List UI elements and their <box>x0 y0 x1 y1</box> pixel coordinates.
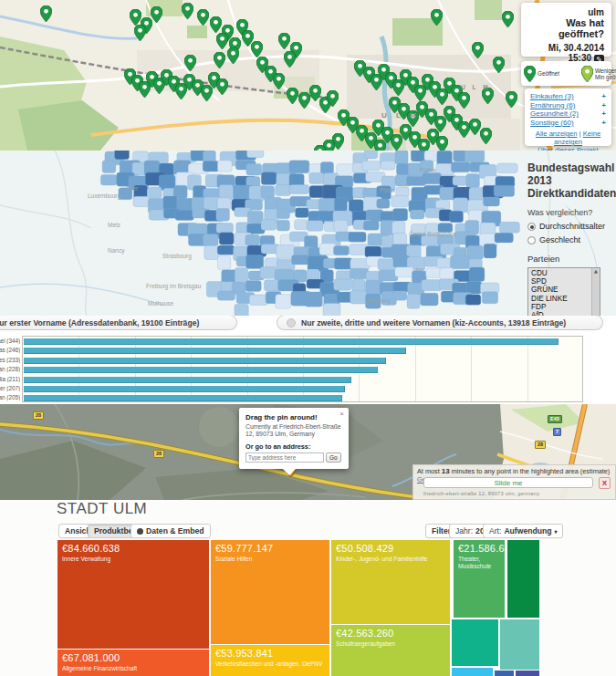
place-label: Praha <box>420 167 435 173</box>
radio-icon <box>287 318 296 328</box>
map-pin[interactable] <box>436 136 448 151</box>
bar <box>24 348 406 354</box>
party-item[interactable]: GRÜNE <box>531 286 600 294</box>
bar <box>24 377 351 383</box>
treemap-cell[interactable] <box>500 619 539 670</box>
party-item[interactable]: FDP <box>531 303 600 311</box>
road-shield: 28 <box>33 411 44 420</box>
treemap-cell[interactable] <box>495 671 514 676</box>
road-shield: E43 <box>548 415 562 423</box>
address-input[interactable] <box>245 452 324 463</box>
expand-plus-icon[interactable]: + <box>601 109 606 119</box>
popup-close-icon[interactable]: × <box>339 410 344 418</box>
gridline <box>415 337 416 401</box>
map-pin[interactable] <box>210 16 222 33</box>
map-pin[interactable] <box>287 88 298 104</box>
category-link[interactable]: Sonstige (60) <box>530 119 574 128</box>
category-link[interactable]: Ernährung (6) <box>530 101 575 110</box>
cell-value: €59.777.147 <box>215 543 325 554</box>
place-label: Nancy <box>108 247 124 254</box>
map-pin[interactable] <box>134 25 146 41</box>
art-dropdown[interactable]: Art:Aufwendung▾ <box>483 524 563 538</box>
go-button[interactable]: Go <box>326 452 341 463</box>
openstreetmap-ulm[interactable]: U L M U L M ulm Was hat geöffnet? Mi, 30… <box>0 0 616 151</box>
clear-button[interactable]: X <box>599 477 611 489</box>
gridline <box>527 337 528 401</box>
map-pin[interactable] <box>493 57 505 73</box>
bar <box>24 386 345 392</box>
expand-plus-icon[interactable]: + <box>601 101 606 110</box>
parties-label: Parteien <box>527 254 614 264</box>
expand-plus-icon[interactable]: + <box>601 92 606 101</box>
party-item[interactable]: DIE LINKE <box>531 295 600 303</box>
bar <box>24 358 386 364</box>
compare-option[interactable]: Durchschnittsalter <box>527 222 614 231</box>
bar <box>24 367 378 373</box>
place-label: Salzburg <box>367 297 391 304</box>
travel-time-map[interactable]: 282828E437 × Drag the pin around! Curren… <box>0 404 616 500</box>
show-all-link[interactable]: Alle anzeigen <box>536 130 578 138</box>
treemap-cell[interactable]: €84.660.638Innere Verwaltung <box>57 540 209 649</box>
toggle-first-name[interactable]: Nur erster Vorname (Adressdatenbank, 191… <box>0 316 237 330</box>
radio-icon[interactable] <box>527 236 536 244</box>
treemap-cell[interactable]: €50.508.429Kinder-, Jugend- und Familien… <box>331 540 450 624</box>
election-title: Bundestagswahl 2013Direktkandidaten <box>527 161 614 200</box>
isochrone-statusbar: At most 13 minutes to any point in the h… <box>412 464 616 500</box>
cell-label: Innere Verwaltung <box>62 556 204 563</box>
map-pin[interactable] <box>197 9 209 26</box>
treemap-cell[interactable]: €59.777.147Soziale Hilfen <box>211 540 329 644</box>
map-pin[interactable] <box>502 11 514 27</box>
view-daten-embed-button[interactable]: Daten & Embed <box>131 524 211 538</box>
cell-value: €42.563.260 <box>336 628 445 639</box>
map-pin[interactable] <box>480 128 492 144</box>
treemap-cell[interactable]: €67.081.000Allgemeine Finanzwirtschaft <box>57 650 209 676</box>
party-item[interactable]: CDU <box>531 269 600 277</box>
map-pin[interactable] <box>184 55 196 71</box>
map-pin[interactable] <box>151 6 162 23</box>
cell-label: Theater, Musikschule <box>458 556 500 569</box>
place-label: Mulhouse <box>148 300 173 307</box>
map-pin[interactable] <box>182 3 193 19</box>
minutes-slider[interactable]: Slide me <box>423 477 593 488</box>
map-pin[interactable] <box>506 91 517 108</box>
map-pin[interactable] <box>40 5 52 22</box>
cell-label: Verkehrsflaechen und -anlagen, OePNV <box>215 660 325 668</box>
treemap-cell[interactable] <box>516 671 539 676</box>
data-icon <box>137 528 143 535</box>
map-pin[interactable] <box>214 52 225 68</box>
scroll-up-icon[interactable]: ▲ <box>592 268 600 274</box>
treemap-cell[interactable]: €53.953.841Verkehrsflaechen und -anlagen… <box>211 645 329 676</box>
map-pin[interactable] <box>216 78 228 95</box>
map-pin[interactable] <box>374 140 386 151</box>
map-pin[interactable] <box>227 47 239 64</box>
toggle-other-names[interactable]: Nur zweite, dritte und weitere Vornamen … <box>277 316 603 330</box>
map-pin[interactable] <box>278 33 290 49</box>
map-pin[interactable] <box>472 42 484 58</box>
treemap-cell[interactable] <box>452 619 498 666</box>
map-pin[interactable] <box>431 9 443 26</box>
map-pin[interactable] <box>273 73 285 89</box>
map-pin[interactable] <box>458 92 470 109</box>
parties-listbox[interactable]: CDUSPDGRÜNEDIE LINKEFDPAfDPIRATENCSU ▲▼ <box>527 267 600 316</box>
category-link[interactable]: Einkaufen (3) <box>530 92 574 101</box>
bar <box>24 395 342 401</box>
treemap-cell[interactable] <box>452 668 493 676</box>
map-pin[interactable] <box>284 51 296 68</box>
treemap-cell[interactable]: €21.586.694Theater, Musikschule <box>454 540 505 618</box>
category-row: Ernährung (6)+ <box>530 101 606 110</box>
bar-label: es (233) <box>0 357 20 363</box>
election-choropleth-map[interactable]: LuxembourgTrierMetzNancyStrasbourgFreibu… <box>0 151 616 316</box>
listbox-scrollbar[interactable]: ▲▼ <box>591 268 600 316</box>
cell-label: Soziale Hilfen <box>215 556 325 563</box>
panel-date: Mi, 30.4.2014 <box>525 43 604 53</box>
compare-option[interactable]: Geschlecht <box>527 235 614 244</box>
bar <box>24 338 559 345</box>
category-link[interactable]: Gesundheit (2) <box>530 109 579 119</box>
map-pin[interactable] <box>327 90 339 107</box>
map-pin[interactable] <box>251 41 263 57</box>
treemap-cell[interactable] <box>507 540 539 618</box>
radio-icon[interactable] <box>527 223 536 231</box>
expand-plus-icon[interactable]: + <box>601 119 606 128</box>
category-row: Sonstige (60)+ <box>530 119 606 128</box>
treemap-cell[interactable]: €42.563.260Schultraegeraufgaben <box>331 625 450 676</box>
